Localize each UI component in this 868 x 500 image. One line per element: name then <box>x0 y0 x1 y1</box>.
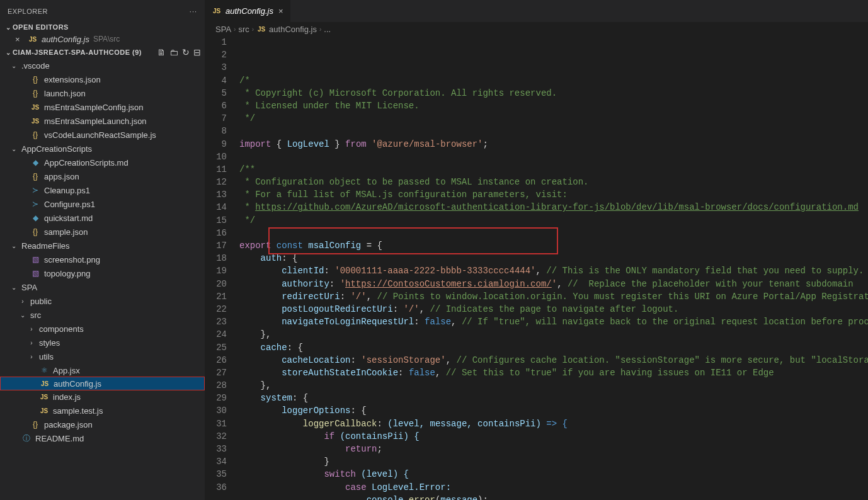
json-icon <box>30 172 40 181</box>
chevron-right-icon: › <box>319 26 321 33</box>
json-icon <box>30 227 40 236</box>
new-folder-icon[interactable]: 🗀 <box>169 47 178 57</box>
react-icon: ⚛ <box>39 366 49 375</box>
file-sample.json[interactable]: sample.json <box>0 225 205 239</box>
tab-authconfig[interactable]: JS authConfig.js × <box>205 0 291 22</box>
chevron-icon: ⌄ <box>19 312 26 319</box>
breadcrumb[interactable]: SPA › src › JS authConfig.js › ... <box>205 22 868 36</box>
file-msEntraSampleLaunch.json[interactable]: JSmsEntraSampleLaunch.json <box>0 114 205 128</box>
project-actions: 🗎 🗀 ↻ ⊟ <box>157 47 201 57</box>
json-icon <box>30 89 40 98</box>
code-editor[interactable]: 1234567891011121314151617181920212223242… <box>205 36 868 500</box>
tree-label: SPA <box>21 283 37 292</box>
breadcrumb-part: src <box>238 25 249 34</box>
close-icon[interactable]: × <box>15 35 24 44</box>
folder-styles[interactable]: ›styles <box>0 336 205 349</box>
tree-label: topology.png <box>44 269 91 278</box>
ps-icon: ≻ <box>30 186 40 195</box>
file-index.js[interactable]: JSindex.js <box>0 390 205 404</box>
file-AppCreationScripts.md[interactable]: ◆AppCreationScripts.md <box>0 156 205 169</box>
tree-label: App.jsx <box>53 366 80 375</box>
project-header[interactable]: ⌄ CIAM-JSREACT-SPA-AUTHCODE (9) 🗎 🗀 ↻ ⊟ <box>0 46 205 59</box>
tree-label: sample.test.js <box>53 406 103 416</box>
tree-label: public <box>30 297 52 306</box>
js-icon: JS <box>256 26 266 33</box>
folder-src[interactable]: ⌄src <box>0 308 205 322</box>
open-editor-item[interactable]: × JS authConfig.js SPA\src <box>0 32 205 46</box>
tree-label: index.js <box>53 392 81 402</box>
file-topology.png[interactable]: ▧topology.png <box>0 266 205 280</box>
project-title: CIAM-JSREACT-SPA-AUTHCODE (9) <box>13 48 142 56</box>
js-icon: JS <box>30 118 40 125</box>
folder-readmefiles[interactable]: ⌄ReadmeFiles <box>0 239 205 253</box>
img-icon: ▧ <box>30 255 40 264</box>
breadcrumb-part: ... <box>324 25 331 34</box>
file-authConfig.js[interactable]: JSauthConfig.js <box>0 377 205 390</box>
explorer-more-icon[interactable]: ··· <box>190 8 197 15</box>
chevron-right-icon: › <box>252 26 254 33</box>
js-icon: JS <box>39 407 49 414</box>
folder-public[interactable]: ›public <box>0 294 205 308</box>
js-icon: JS <box>212 8 222 14</box>
file-package.json[interactable]: package.json <box>0 418 205 431</box>
tree-label: package.json <box>44 420 93 429</box>
folder-spa[interactable]: ⌄SPA <box>0 280 205 294</box>
chevron-icon: ⌄ <box>10 145 18 152</box>
tabs-row: JS authConfig.js × <box>205 0 868 22</box>
file-Configure.ps1[interactable]: ≻Configure.ps1 <box>0 197 205 211</box>
js-icon: JS <box>39 394 49 401</box>
breadcrumb-part: SPA <box>215 25 231 34</box>
editor-area: JS authConfig.js × SPA › src › JS authCo… <box>205 0 868 500</box>
file-extensions.json[interactable]: extensions.json <box>0 72 205 86</box>
json-icon <box>30 130 40 139</box>
file-apps.json[interactable]: apps.json <box>0 169 205 183</box>
ps-icon: ≻ <box>30 200 40 208</box>
tree-label: utils <box>39 352 54 361</box>
tree-label: Configure.ps1 <box>44 200 95 209</box>
open-editor-name: authConfig.js <box>42 35 89 44</box>
chevron-icon: › <box>28 326 35 332</box>
tree-label: quickstart.md <box>44 213 93 223</box>
new-file-icon[interactable]: 🗎 <box>157 47 166 57</box>
folder-utils[interactable]: ›utils <box>0 349 205 363</box>
open-editor-path: SPA\src <box>93 35 120 43</box>
img-icon: ▧ <box>30 269 40 278</box>
code-content[interactable]: /* * Copyright (c) Microsoft Corporation… <box>239 36 868 500</box>
file-msEntraSampleConfig.json[interactable]: JSmsEntraSampleConfig.json <box>0 100 205 114</box>
file-launch.json[interactable]: launch.json <box>0 86 205 100</box>
file-README.md[interactable]: ⓘREADME.md <box>0 431 205 445</box>
file-Cleanup.ps1[interactable]: ≻Cleanup.ps1 <box>0 183 205 197</box>
sidebar: EXPLORER ··· ⌄ OPEN EDITORS × JS authCon… <box>0 0 205 500</box>
md-icon: ◆ <box>30 158 40 167</box>
tree-label: AppCreationScripts.md <box>44 158 128 168</box>
tree-label: vsCodeLaunchReactSample.js <box>44 130 156 140</box>
folder-components[interactable]: ›components <box>0 322 205 336</box>
file-App.jsx[interactable]: ⚛App.jsx <box>0 363 205 377</box>
breadcrumb-part: authConfig.js <box>269 25 317 34</box>
tree-label: src <box>30 310 41 320</box>
file-screenshot.png[interactable]: ▧screenshot.png <box>0 253 205 266</box>
tree-label: authConfig.js <box>54 379 101 389</box>
line-gutter: 1234567891011121314151617181920212223242… <box>205 36 239 500</box>
chevron-right-icon: › <box>234 26 236 33</box>
chevron-icon: › <box>19 298 26 305</box>
file-vsCodeLaunchReactSample.js[interactable]: vsCodeLaunchReactSample.js <box>0 128 205 142</box>
tree-label: msEntraSampleLaunch.json <box>44 116 147 126</box>
open-editors-header[interactable]: ⌄ OPEN EDITORS <box>0 22 205 32</box>
tree-label: apps.json <box>44 172 79 181</box>
chevron-icon: › <box>28 339 35 346</box>
refresh-icon[interactable]: ↻ <box>182 47 190 57</box>
tree-label: AppCreationScripts <box>21 144 92 154</box>
tree-label: Cleanup.ps1 <box>44 186 90 195</box>
file-sample.test.js[interactable]: JSsample.test.js <box>0 404 205 418</box>
folder-appcreationscripts[interactable]: ⌄AppCreationScripts <box>0 142 205 156</box>
collapse-icon[interactable]: ⊟ <box>193 47 201 57</box>
close-icon[interactable]: × <box>277 6 285 16</box>
tree-label: README.md <box>35 434 84 443</box>
tab-name: authConfig.js <box>226 6 273 16</box>
chevron-down-icon: ⌄ <box>4 24 13 31</box>
tree-label: launch.json <box>44 89 86 98</box>
folder-.vscode[interactable]: ⌄.vscode <box>0 59 205 72</box>
explorer-title: EXPLORER <box>8 8 48 15</box>
file-quickstart.md[interactable]: ◆quickstart.md <box>0 211 205 225</box>
